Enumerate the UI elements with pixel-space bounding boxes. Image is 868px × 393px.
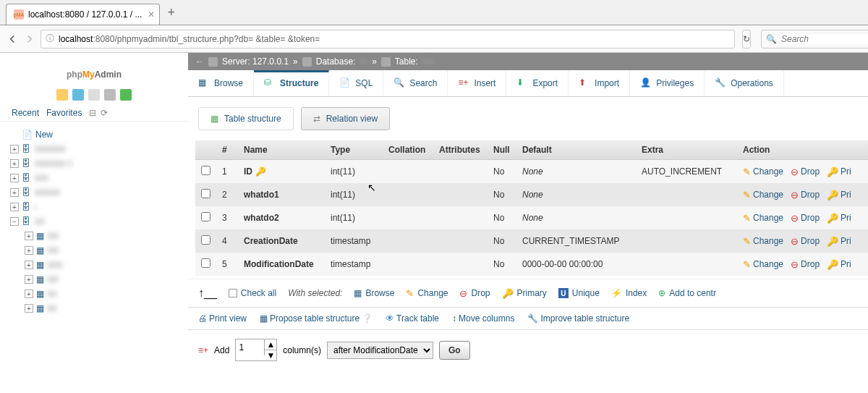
row-primary[interactable]: 🔑Pri	[827, 166, 851, 177]
tab-search[interactable]: 🔍Search	[383, 70, 448, 96]
browser-search-box[interactable]: 🔍	[761, 30, 868, 48]
expand-toggle[interactable]: +	[25, 261, 33, 269]
bulk-browse[interactable]: ▦Browse	[354, 288, 394, 298]
print-view[interactable]: 🖨Print view	[198, 313, 247, 324]
expand-toggle[interactable]: +	[10, 174, 19, 182]
breadcrumb-server[interactable]: Server: 127.0.0.1	[222, 56, 289, 67]
db-item[interactable]: i	[35, 202, 37, 212]
table-item[interactable]: iiiiii	[47, 274, 59, 284]
breadcrumb-table[interactable]: Table:	[395, 56, 418, 67]
back-button[interactable]	[6, 30, 19, 48]
expand-toggle[interactable]: +	[25, 246, 33, 255]
row-change[interactable]: ✎Change	[743, 166, 783, 177]
db-item[interactable]: iiiii	[35, 216, 44, 227]
expand-toggle[interactable]: +	[25, 275, 33, 284]
db-item[interactable]: iiiiiiiiiiiii	[35, 187, 60, 198]
tab-import[interactable]: ⬆Import	[569, 70, 630, 96]
tab-sql[interactable]: 📄SQL	[329, 70, 383, 96]
row-primary[interactable]: 🔑Pri	[827, 259, 851, 270]
row-primary[interactable]: 🔑Pri	[827, 190, 851, 200]
expand-toggle[interactable]: +	[10, 159, 19, 168]
check-all[interactable]: Check all	[229, 288, 276, 298]
expand-toggle[interactable]: +	[10, 188, 19, 197]
db-item[interactable]: iiiiiii	[35, 173, 48, 183]
row-drop[interactable]: ⊖Drop	[791, 259, 820, 270]
tab-structure[interactable]: ⛁Structure	[254, 70, 329, 96]
expand-toggle[interactable]: +	[10, 203, 19, 211]
browser-search-input[interactable]	[781, 34, 868, 44]
tab-operations[interactable]: 🔧Operations	[705, 70, 784, 96]
improve-structure[interactable]: 🔧Improve table structure	[527, 313, 629, 324]
new-tab-button[interactable]: +	[167, 5, 175, 25]
row-change[interactable]: ✎Change	[743, 213, 783, 224]
row-drop[interactable]: ⊖Drop	[791, 236, 820, 247]
stepper-up[interactable]: ▲	[265, 339, 276, 350]
th-null[interactable]: Null	[488, 140, 516, 160]
help-icon[interactable]: ❔	[362, 313, 373, 324]
collapse-icon[interactable]: ⊟	[89, 108, 96, 118]
th-type[interactable]: Type	[325, 140, 383, 160]
subtab-relation-view[interactable]: ⇄Relation view	[301, 107, 390, 130]
move-columns[interactable]: ↕Move columns	[452, 313, 514, 324]
table-item[interactable]: iiiiii	[47, 245, 59, 255]
db-item[interactable]: iiiiiiiiiiiiiiii	[35, 144, 66, 154]
expand-toggle[interactable]: +	[25, 232, 33, 240]
address-bar[interactable]: ⓘ localhost:8080/phpmyadmin/tbl_structur…	[41, 30, 735, 48]
expand-toggle[interactable]: +	[25, 290, 33, 298]
row-checkbox[interactable]	[201, 212, 210, 221]
recent-link[interactable]: Recent	[12, 108, 39, 118]
row-checkbox[interactable]	[201, 235, 210, 245]
row-drop[interactable]: ⊖Drop	[791, 213, 820, 224]
th-collation[interactable]: Collation	[383, 140, 433, 160]
row-primary[interactable]: 🔑Pri	[827, 236, 851, 247]
table-item[interactable]: iiiii	[47, 303, 56, 313]
reload-icon[interactable]	[120, 89, 132, 101]
expand-icon[interactable]: ⟳	[101, 108, 108, 118]
new-db-link[interactable]: New	[35, 130, 53, 140]
row-primary[interactable]: 🔑Pri	[827, 213, 851, 224]
go-button[interactable]: Go	[439, 341, 470, 360]
tab-insert[interactable]: ≡+Insert	[448, 70, 506, 96]
row-change[interactable]: ✎Change	[743, 190, 783, 200]
bulk-index[interactable]: ⚡Index	[611, 288, 647, 298]
browser-tab[interactable]: pMA localhost:8080 / 127.0.0.1 / ... ✕	[6, 4, 160, 25]
tab-export[interactable]: ⬇Export	[506, 70, 569, 96]
th-attributes[interactable]: Attributes	[433, 140, 488, 160]
expand-toggle[interactable]: +	[10, 145, 19, 153]
th-name[interactable]: Name	[238, 140, 325, 160]
bulk-unique[interactable]: UUnique	[558, 288, 600, 298]
row-checkbox[interactable]	[201, 166, 210, 175]
row-change[interactable]: ✎Change	[743, 259, 783, 270]
expand-toggle[interactable]: −	[10, 217, 19, 226]
th-default[interactable]: Default	[516, 140, 636, 160]
tab-privileges[interactable]: 👤Privileges	[630, 70, 705, 96]
reload-button[interactable]: ↻	[742, 30, 751, 48]
row-drop[interactable]: ⊖Drop	[791, 190, 820, 200]
table-item[interactable]: iiiiii	[47, 231, 59, 241]
subtab-table-structure[interactable]: ▦Table structure	[198, 107, 294, 130]
add-position-select[interactable]: after ModificationDate	[327, 342, 433, 359]
table-item[interactable]: iiiiiiii	[47, 260, 62, 270]
th-num[interactable]: #	[216, 140, 238, 160]
row-change[interactable]: ✎Change	[743, 236, 783, 247]
favorites-link[interactable]: Favorites	[46, 108, 82, 118]
home-icon[interactable]	[56, 89, 68, 101]
table-item[interactable]: iiiii	[47, 289, 56, 299]
settings-icon[interactable]	[104, 89, 116, 101]
breadcrumb-database[interactable]: Database:	[316, 56, 356, 67]
logout-icon[interactable]	[72, 89, 84, 101]
bulk-change[interactable]: ✎Change	[406, 288, 448, 299]
expand-toggle[interactable]: +	[25, 304, 33, 313]
add-count-input[interactable]	[236, 339, 265, 355]
forward-button[interactable]	[23, 30, 36, 48]
bulk-primary[interactable]: 🔑Primary	[502, 288, 547, 299]
bulk-drop[interactable]: ⊖Drop	[459, 288, 490, 299]
row-checkbox[interactable]	[201, 258, 210, 268]
stepper-down[interactable]: ▼	[265, 350, 276, 360]
propose-structure[interactable]: ▦Propose table structure ❔	[260, 313, 373, 324]
row-drop[interactable]: ⊖Drop	[791, 166, 820, 177]
track-table[interactable]: 👁Track table	[386, 313, 439, 324]
th-extra[interactable]: Extra	[636, 140, 737, 160]
close-tab-icon[interactable]: ✕	[148, 9, 155, 20]
db-item[interactable]: iiiiiiiiiiiiiiii ii	[35, 159, 72, 169]
